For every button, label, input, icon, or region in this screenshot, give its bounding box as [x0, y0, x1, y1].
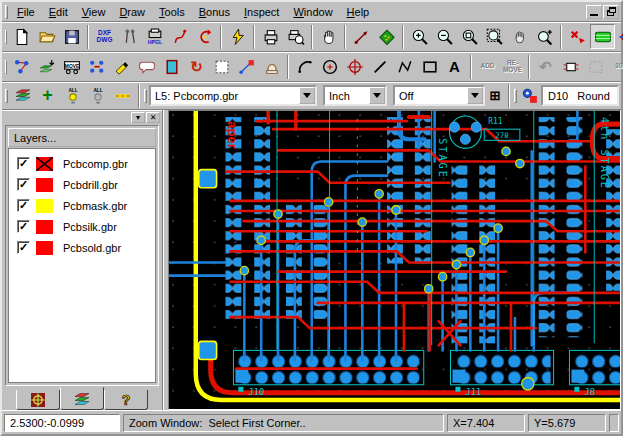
menubar-grip[interactable]: [5, 5, 8, 19]
remove-button[interactable]: RE- MOVE: [500, 54, 525, 79]
layers-title-button[interactable]: Layers...: [8, 128, 156, 147]
dcode-grip[interactable]: [514, 89, 517, 103]
layer-color-swatch[interactable]: [36, 157, 53, 171]
layer-checkbox[interactable]: ✓: [17, 220, 30, 233]
menu-tools[interactable]: Tools: [152, 4, 192, 20]
loop-trace-button[interactable]: [192, 24, 217, 49]
menu-view[interactable]: View: [75, 4, 113, 20]
menu-bonus[interactable]: Bonus: [192, 4, 237, 20]
layer-combo-dropdown[interactable]: [299, 87, 315, 104]
restore-button[interactable]: [603, 5, 619, 19]
mode-combo[interactable]: Off: [393, 85, 485, 106]
coordinate-entry[interactable]: 2.5300:-0.0999: [4, 414, 120, 432]
panel-menu-button[interactable]: ▾: [131, 112, 145, 123]
aperture-list-button[interactable]: [117, 24, 142, 49]
zoom-window-button[interactable]: [457, 24, 482, 49]
balloon-shape-button[interactable]: [134, 54, 159, 79]
tab-help[interactable]: ?: [104, 390, 148, 410]
red-wire-icon: [171, 28, 189, 46]
layer-row-pcbdrill[interactable]: ✓ Pcbdrill.gbr: [11, 174, 153, 195]
tab-navigator[interactable]: [16, 390, 60, 410]
layer-row-pcbsilk[interactable]: ✓ Pcbsilk.gbr: [11, 216, 153, 237]
layer-checkbox[interactable]: ✓: [17, 157, 30, 170]
add-layer-button[interactable]: +: [35, 83, 60, 108]
units-combo-dropdown[interactable]: [369, 87, 385, 104]
draw-rect-button[interactable]: [417, 54, 442, 79]
pan-button[interactable]: [316, 24, 341, 49]
wire-tool-button[interactable]: [167, 24, 192, 49]
trace-width-button[interactable]: [110, 83, 135, 108]
layer-stack-button[interactable]: [10, 83, 35, 108]
board-view-button[interactable]: [374, 24, 399, 49]
layer-row-pcbmask[interactable]: ✓ Pcbmask.gbr: [11, 195, 153, 216]
draw-arc-button[interactable]: [292, 54, 317, 79]
mode-combo-dropdown[interactable]: [467, 87, 483, 104]
toolbar3-grip[interactable]: [5, 89, 8, 103]
draw-text-button[interactable]: A: [442, 54, 467, 79]
select-area-button[interactable]: [209, 54, 234, 79]
print-preview-button[interactable]: [283, 24, 308, 49]
photoplot-button[interactable]: [225, 24, 250, 49]
menu-draw[interactable]: Draw: [112, 4, 152, 20]
tab-layers[interactable]: [60, 387, 104, 410]
draw-circle-button[interactable]: [317, 54, 342, 79]
stamp-button[interactable]: [259, 54, 284, 79]
layer-color-swatch[interactable]: [36, 220, 53, 234]
zoom-extents-button[interactable]: [482, 24, 507, 49]
minimize-button[interactable]: [586, 5, 602, 19]
undo-button[interactable]: ↶: [533, 54, 558, 79]
save-button[interactable]: [59, 24, 84, 49]
dxf-dwg-import-button[interactable]: DXF DWG: [92, 24, 117, 49]
layer-row-pcbsold[interactable]: ✓ Pcbsold.gbr: [11, 237, 153, 258]
layer-checkbox[interactable]: ✓: [17, 199, 30, 212]
delete-dcode-button[interactable]: [565, 24, 590, 49]
layer-color-swatch[interactable]: [36, 241, 53, 255]
highlight-pad-button[interactable]: [615, 24, 623, 49]
target-button[interactable]: [342, 54, 367, 79]
toolbar2-grip[interactable]: [5, 60, 7, 74]
menu-file[interactable]: File: [10, 4, 42, 20]
open-file-button[interactable]: [34, 24, 59, 49]
all-layers-off-button[interactable]: ALL∞: [85, 83, 110, 108]
layer-checkbox[interactable]: ✓: [17, 178, 30, 191]
pcb-canvas[interactable]: R11 270 STAGE 4th STAGE J10 J11 J8 aper: [169, 111, 620, 409]
menu-inspect[interactable]: Inspect: [237, 4, 286, 20]
menu-help[interactable]: Help: [340, 4, 377, 20]
component-button[interactable]: [558, 54, 583, 79]
panel-close-button[interactable]: ✕: [146, 112, 160, 123]
filled-rect-button[interactable]: [159, 54, 184, 79]
add-button[interactable]: ADD: [475, 54, 500, 79]
zoom-out-button[interactable]: [432, 24, 457, 49]
toolbar1-grip[interactable]: [5, 30, 7, 44]
draw-line-button[interactable]: [367, 54, 392, 79]
layer-checkbox[interactable]: ✓: [17, 241, 30, 254]
num-300-button[interactable]: 300: [608, 54, 623, 79]
align-points-button[interactable]: [84, 54, 109, 79]
select-gray-button[interactable]: [583, 54, 608, 79]
menu-window[interactable]: Window: [286, 4, 339, 20]
layers-visibility-button[interactable]: [590, 24, 615, 49]
rotate-button[interactable]: ↻: [184, 54, 209, 79]
combo-grip[interactable]: [144, 89, 147, 103]
print-button[interactable]: [258, 24, 283, 49]
marker-button[interactable]: [109, 54, 134, 79]
hpgl-output-button[interactable]: HPGL: [142, 24, 167, 49]
grid-settings-button[interactable]: ⊞: [485, 83, 505, 108]
pan-view-button[interactable]: [507, 24, 532, 49]
draw-polyline-button[interactable]: [392, 54, 417, 79]
copy-layer-button[interactable]: [34, 54, 59, 79]
move-button[interactable]: MOVE: [59, 54, 84, 79]
new-file-button[interactable]: [9, 24, 34, 49]
vector-button[interactable]: [234, 54, 259, 79]
layer-color-swatch[interactable]: [36, 178, 53, 192]
units-combo[interactable]: Inch: [323, 85, 387, 106]
all-layers-on-button[interactable]: ALL∞: [60, 83, 85, 108]
zoom-in-button[interactable]: [407, 24, 432, 49]
layer-combo[interactable]: L5: Pcbcomp.gbr: [149, 85, 317, 106]
layer-row-pcbcomp[interactable]: ✓ Pcbcomp.gbr: [11, 153, 153, 174]
zoom-dcode-button[interactable]: [532, 24, 557, 49]
select-net-button[interactable]: [9, 54, 34, 79]
menu-edit[interactable]: Edit: [42, 4, 75, 20]
measure-button[interactable]: [349, 24, 374, 49]
layer-color-swatch[interactable]: [36, 199, 53, 213]
